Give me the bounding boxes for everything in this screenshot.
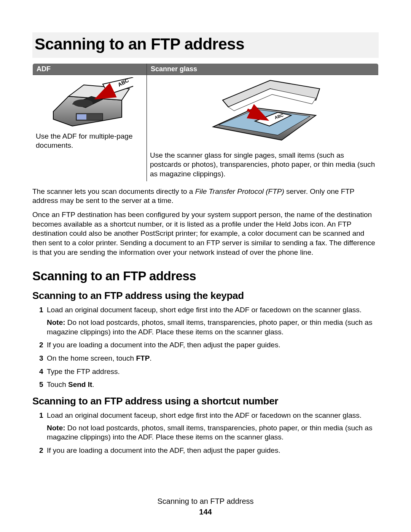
adf-description: Use the ADF for multiple-page documents. [36,132,143,150]
table-cell-adf: ABC Use the ADF for multiple-page docume… [33,75,147,181]
adf-printer-illustration: ABC [36,77,143,129]
chapter-title: Scanning to an FTP address [32,32,379,58]
note-label: Note: [47,424,65,432]
scanner-glass-illustration: ABC [150,77,375,149]
scanner-glass-description: Use the scanner glass for single pages, … [150,151,375,179]
shortcut-steps-list: Load an original document faceup, short … [39,411,379,455]
svg-rect-2 [77,114,86,120]
keypad-steps-list: Load an original document faceup, short … [39,305,379,390]
step-text: Type the FTP address. [47,367,120,375]
intro-text-1a: The scanner lets you scan documents dire… [32,187,195,195]
step-text-tail: . [92,380,94,388]
step-text: Load an original document faceup, short … [47,306,362,314]
list-item: Type the FTP address. [39,367,379,377]
scanner-glass-icon: ABC [202,77,323,146]
step-text: On the home screen, touch [47,354,136,362]
page-number: 144 [0,507,411,517]
svg-point-0 [73,99,93,107]
section-title: Scanning to an FTP address [32,268,379,284]
ftp-bold: FTP [136,354,150,362]
ftp-italic: File Transfer Protocol (FTP) [195,187,284,195]
table-header-adf: ADF [33,63,147,75]
subsection-keypad-title: Scanning to an FTP address using the key… [32,289,379,302]
step-text: Load an original document faceup, short … [47,411,362,419]
note-text: Do not load postcards, photos, small ite… [47,424,372,441]
step-text: If you are loading a document into the A… [47,446,280,454]
list-item: If you are loading a document into the A… [39,340,379,350]
footer-section-title: Scanning to an FTP address [0,496,411,506]
adf-scanner-table: ADF Scanner glass [32,63,379,182]
step-text: If you are loading a document into the A… [47,341,280,349]
intro-paragraph-1: The scanner lets you scan documents dire… [32,187,379,206]
printer-adf-icon: ABC [46,77,133,127]
intro-paragraph-2: Once an FTP destination has been configu… [32,210,379,257]
table-cell-scanner-glass: ABC Use the scanner glass for single pag… [147,75,378,181]
note-text: Do not load postcards, photos, small ite… [47,318,372,336]
step-text: Touch [47,380,68,388]
list-item: Touch Send It. [39,380,379,390]
note-paragraph: Note: Do not load postcards, photos, sma… [47,423,379,442]
note-label: Note: [47,318,65,326]
table-header-scanner-glass: Scanner glass [147,63,378,75]
send-it-bold: Send It [68,380,92,388]
list-item: Load an original document faceup, short … [39,305,379,337]
list-item: On the home screen, touch FTP. [39,354,379,363]
page-footer: Scanning to an FTP address 144 [0,496,411,517]
note-paragraph: Note: Do not load postcards, photos, sma… [47,318,379,337]
list-item: If you are loading a document into the A… [39,446,379,455]
list-item: Load an original document faceup, short … [39,411,379,442]
subsection-shortcut-title: Scanning to an FTP address using a short… [32,395,379,408]
step-text-tail: . [150,354,151,362]
